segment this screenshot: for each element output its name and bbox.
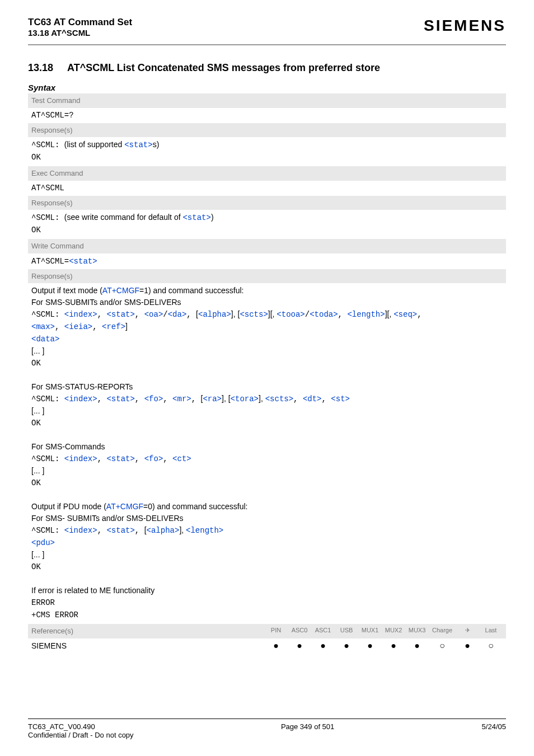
response-label: Response(s) [28, 123, 506, 138]
p-ieia[interactable]: <ieia> [64, 322, 92, 331]
exec-command-label: Exec Command [28, 166, 506, 181]
p-pdu[interactable]: <pdu> [31, 538, 55, 547]
resp-prefix: ^SCML: [31, 526, 64, 535]
dot: ● [382, 641, 405, 651]
exec-command: AT^SCML [28, 181, 506, 196]
p-data[interactable]: <data> [31, 335, 59, 344]
p-tora[interactable]: <tora> [231, 395, 259, 403]
p-ra[interactable]: <ra> [203, 395, 222, 403]
resp-suffix: s) [153, 140, 160, 149]
p-index[interactable]: <index> [64, 310, 97, 319]
resp-prefix: ^SCML: [31, 310, 64, 319]
p-length[interactable]: <length> [347, 310, 385, 319]
footer-page: Page 349 of 501 [281, 722, 334, 739]
write-command: AT^SCML=<stat> [28, 253, 506, 269]
txt: =0) and command successful: [143, 502, 247, 511]
param-stat[interactable]: <stat> [69, 257, 97, 266]
p-fo[interactable]: <fo> [144, 454, 163, 463]
write-command-block: Write Command AT^SCML=<stat> Response(s)… [28, 239, 506, 623]
param-stat[interactable]: <stat> [182, 213, 210, 222]
p-stat[interactable]: <stat> [106, 395, 134, 403]
exec-response: ^SCML: (see write command for default of… [28, 210, 506, 238]
reference-vendor: SIEMENS [31, 641, 264, 650]
ok: OK [31, 226, 41, 234]
ellipsis: [... ] [31, 466, 44, 475]
p-index[interactable]: <index> [64, 395, 97, 403]
p-stat[interactable]: <stat> [106, 310, 134, 319]
p-fo[interactable]: <fo> [144, 395, 163, 403]
col-charge: Charge [429, 626, 456, 635]
dot: ○ [479, 641, 503, 651]
resp-text: (list of supported [64, 140, 124, 149]
resp-suffix: ) [211, 213, 214, 222]
p-ct[interactable]: <ct> [172, 454, 191, 463]
txt: If error is related to ME functionality [31, 586, 154, 595]
col-usb: USB [335, 626, 358, 635]
resp-prefix: ^SCML: [31, 395, 64, 403]
syntax-label: Syntax [28, 83, 506, 92]
dot: ● [288, 641, 311, 651]
p-ref[interactable]: <ref> [102, 322, 125, 331]
response-label: Response(s) [28, 269, 506, 284]
link-atcmgf[interactable]: AT+CMGF [102, 286, 139, 295]
ok: OK [31, 359, 41, 368]
txt: Output if PDU mode ( [31, 502, 106, 511]
write-response-body: Output if text mode (AT+CMGF=1) and comm… [28, 283, 506, 623]
p-tooa[interactable]: <tooa> [277, 310, 305, 319]
col-plane-icon: ✈ [456, 626, 479, 635]
param-stat[interactable]: <stat> [124, 140, 152, 149]
col-mux3: MUX3 [405, 626, 429, 635]
p-seq[interactable]: <seq> [394, 310, 417, 319]
p-scts[interactable]: <scts> [240, 310, 268, 319]
col-asc0: ASC0 [288, 626, 311, 635]
cmd-prefix: AT^SCML= [31, 257, 69, 266]
col-last: Last [479, 626, 503, 635]
dot: ● [335, 641, 358, 651]
p-dt[interactable]: <dt> [303, 395, 322, 403]
response-label: Response(s) [28, 196, 506, 210]
reference-header: Reference(s) PIN ASC0 ASC1 USB MUX1 MUX2… [28, 624, 506, 638]
p-mr[interactable]: <mr> [172, 395, 191, 403]
col-mux1: MUX1 [358, 626, 382, 635]
link-atcmgf[interactable]: AT+CMGF [106, 502, 143, 511]
exec-command-block: Exec Command AT^SCML Response(s) ^SCML: … [28, 166, 506, 238]
brand-logo: SIEMENS [424, 17, 506, 35]
ok: OK [31, 562, 41, 571]
p-index[interactable]: <index> [64, 526, 97, 535]
col-asc1: ASC1 [311, 626, 335, 635]
txt: =1) and command successful: [139, 286, 243, 295]
p-da[interactable]: <da> [168, 310, 187, 319]
p-stat[interactable]: <stat> [106, 454, 134, 463]
ellipsis: [... ] [31, 346, 44, 355]
col-pin: PIN [264, 626, 288, 635]
cms-error: +CMS ERROR [31, 611, 78, 619]
dot: ● [405, 641, 429, 651]
p-toda[interactable]: <toda> [310, 310, 338, 319]
test-command-label: Test Command [28, 93, 506, 108]
resp-prefix: ^SCML: [31, 140, 64, 149]
section-number: 13.18 [28, 62, 67, 74]
dot: ● [358, 641, 382, 651]
ok: OK [31, 419, 41, 428]
txt: For SMS-STATUS-REPORTs [31, 382, 133, 391]
p-max[interactable]: <max> [31, 322, 55, 331]
footer-confidential: Confidential / Draft - Do not copy [28, 731, 134, 739]
p-index[interactable]: <index> [64, 454, 97, 463]
p-stat[interactable]: <stat> [106, 526, 134, 535]
p-length[interactable]: <length> [186, 526, 223, 535]
section-title: AT^SCML List Concatenated SMS messages f… [67, 62, 380, 74]
p-scts[interactable]: <scts> [265, 395, 293, 403]
page-footer: TC63_ATC_V00.490 Confidential / Draft - … [28, 719, 506, 739]
col-mux2: MUX2 [382, 626, 405, 635]
reference-values: SIEMENS ● ● ● ● ● ● ● ○ ● ○ [28, 638, 506, 653]
txt: For SMS- SUBMITs and/or SMS-DELIVERs [31, 514, 184, 523]
p-alpha[interactable]: <alpha> [198, 310, 231, 319]
p-oa[interactable]: <oa> [144, 310, 163, 319]
ok: OK [31, 153, 41, 162]
section-heading: 13.18 AT^SCML List Concatenated SMS mess… [28, 62, 506, 74]
error: ERROR [31, 598, 55, 607]
doc-subtitle: 13.18 AT^SCML [28, 28, 132, 37]
p-st[interactable]: <st> [331, 395, 350, 403]
doc-title: TC63 AT Command Set [28, 17, 132, 28]
p-alpha[interactable]: <alpha> [147, 526, 180, 535]
